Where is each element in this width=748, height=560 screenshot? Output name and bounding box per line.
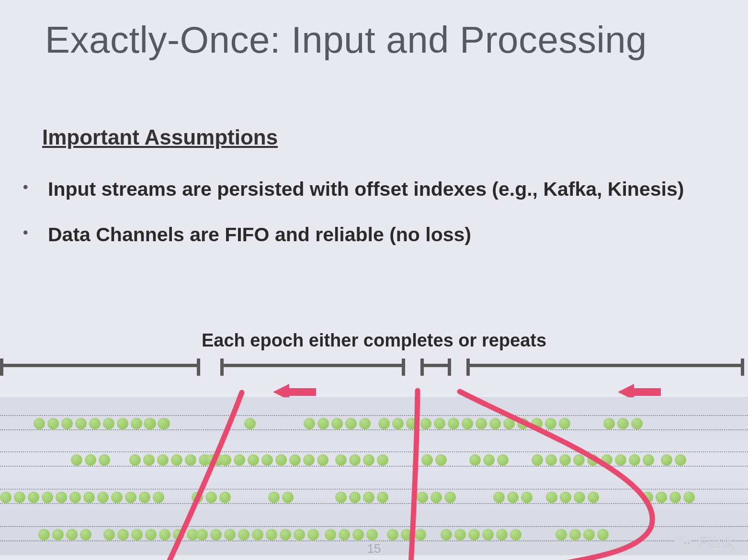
event-dot [42,492,53,503]
event-dot [417,492,428,503]
event-dot [545,454,557,466]
event-dot [517,418,529,429]
event-dot [441,529,452,540]
event-dot [661,454,672,466]
event-dot [304,418,315,429]
event-dot [510,529,521,540]
stream-lane [0,415,748,430]
event-dot [503,418,515,429]
watermark-text: Flink [698,532,735,551]
event-dot [531,418,543,429]
event-dot [66,529,78,540]
event-dot [366,529,378,540]
event-dot [219,492,231,503]
event-dot [80,529,91,540]
event-dot [377,492,388,503]
epoch-bracket [0,364,200,378]
event-dot [497,454,509,466]
event-dot [352,529,364,540]
slide-title: Exactly-Once: Input and Processing [45,18,647,62]
event-dot [117,418,128,429]
event-dot [483,454,495,466]
event-dot [378,418,390,429]
event-dot [280,529,291,540]
event-dot [656,492,667,503]
event-dot [468,529,480,540]
event-dot [89,418,101,429]
event-dot [244,418,256,429]
event-dot [234,454,245,466]
event-dot [159,529,170,540]
event-dot [185,454,196,466]
event-dot [61,418,73,429]
bullet-list: Input streams are persisted with offset … [14,177,729,269]
event-dot [401,529,412,540]
event-dot [56,492,67,503]
event-dot [454,529,466,540]
event-dot [47,418,59,429]
event-dot [339,529,350,540]
event-dot [303,454,315,466]
event-dot [238,529,249,540]
epoch-diagram [0,364,748,560]
event-dot [569,529,581,540]
event-dot [629,454,640,466]
page-number: 15 [0,541,748,556]
event-dot [631,418,643,429]
event-dot [83,492,95,503]
event-dot [476,418,487,429]
event-dot [363,454,374,466]
event-dot [129,454,141,466]
event-dot [111,492,123,503]
epoch-bracket [420,364,451,378]
event-dot [52,529,64,540]
event-dot [469,454,481,466]
event-dot [144,418,155,429]
chat-bubble-icon [673,531,693,551]
stream-lane [0,526,748,541]
event-dot [331,418,343,429]
event-dot [444,492,456,503]
event-dot [583,529,595,540]
event-dot [588,492,599,503]
bullet-item: Input streams are persisted with offset … [14,177,729,202]
event-dot [131,529,143,540]
event-dot [117,529,129,540]
event-dot [205,492,217,503]
event-dot [507,492,519,503]
event-dot [158,418,169,429]
svg-point-3 [685,542,687,544]
event-dot [546,492,557,503]
event-dot [28,492,39,503]
slide-subtitle: Important Assumptions [42,125,278,149]
event-dot [275,454,287,466]
stream-lane [0,489,748,504]
event-dot [555,529,567,540]
event-dot [521,492,533,503]
event-dot [496,529,508,540]
svg-point-4 [688,542,690,544]
event-dot [103,418,114,429]
event-dot [601,454,612,466]
event-dot [359,418,371,429]
bullet-item: Data Channels are FIFO and reliable (no … [14,223,729,247]
event-dot [294,529,305,540]
event-dot [643,454,654,466]
streams-area [0,397,748,555]
event-dot [38,529,50,540]
event-dot [125,492,136,503]
event-dot [261,454,273,466]
event-dot [325,529,336,540]
event-dot [131,418,142,429]
event-dot [192,492,203,503]
event-dot [574,492,585,503]
event-dot [266,529,277,540]
event-dot [434,418,445,429]
event-dot [615,454,626,466]
event-dot [406,418,418,429]
event-dot [431,492,442,503]
event-dot [448,418,459,429]
event-dot [559,454,571,466]
event-dot [103,529,115,540]
event-dot [196,529,208,540]
